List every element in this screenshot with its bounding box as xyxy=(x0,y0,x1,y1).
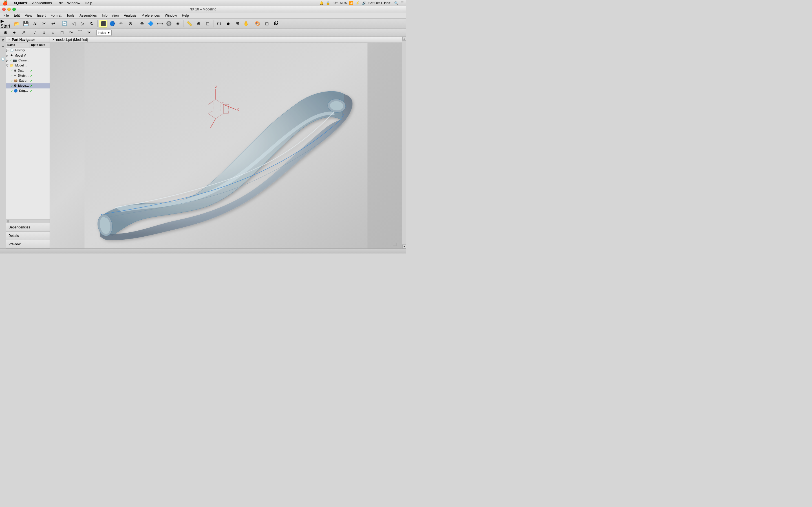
minimize-button[interactable] xyxy=(7,8,11,11)
line-button[interactable]: / xyxy=(31,29,39,37)
preview-panel[interactable]: Preview xyxy=(6,240,50,248)
mirror-button[interactable]: ⟺ xyxy=(156,20,164,27)
details-panel[interactable]: Details xyxy=(6,232,50,240)
nx-menu-format[interactable]: Format xyxy=(49,13,64,18)
pattern-button[interactable]: 🔷 xyxy=(147,20,155,27)
fillet-button[interactable]: ⌒ xyxy=(76,29,84,37)
expand-icon-history-mode[interactable]: ▷ xyxy=(6,49,8,52)
tree-item-extrude-2[interactable]: ✓ 📦 Extrude (2) ✓ xyxy=(6,78,50,83)
snap-button[interactable]: ⊕ xyxy=(1,29,10,37)
nx-menu-tools[interactable]: Tools xyxy=(64,13,77,18)
face-button[interactable]: ◻ xyxy=(203,20,212,27)
selection-filter-dropdown[interactable]: Inside ▼ xyxy=(96,30,112,36)
extrude-tb-button[interactable]: ⬛ xyxy=(99,20,107,27)
dependencies-panel[interactable]: Dependencies xyxy=(6,223,50,232)
search-icon[interactable]: 🔍 xyxy=(394,1,398,5)
nx-menu-file[interactable]: File xyxy=(1,13,11,18)
side-icon-settings[interactable]: ⚙ xyxy=(1,38,6,43)
constraint-button[interactable]: + xyxy=(10,29,18,37)
tree-item-sketch-1[interactable]: ✓ ✏ Sketch (1) "SKETCH_ ✓ xyxy=(6,73,50,78)
print-button[interactable]: 🖨 xyxy=(31,20,39,27)
model-views-label: Model Views xyxy=(14,54,30,57)
nx-menu-analysis[interactable]: Analysis xyxy=(121,13,139,18)
datum-button[interactable]: ⊕ xyxy=(194,20,203,27)
tree-item-history-mode[interactable]: ▷ 🕐 History Mode xyxy=(6,48,50,53)
wireframe-button[interactable]: ◻ xyxy=(262,20,271,27)
notification-icon[interactable]: 🔔 xyxy=(319,1,324,5)
hole-button[interactable]: ⊙ xyxy=(126,20,135,27)
save-button[interactable]: 💾 xyxy=(22,20,30,27)
render-button[interactable]: 🖼 xyxy=(271,20,280,27)
nx-menu-window[interactable]: Window xyxy=(163,13,179,18)
expand-icon-model-history[interactable]: ▽ xyxy=(6,64,8,67)
viewport-close-icon[interactable]: ✕ xyxy=(52,38,54,41)
menu-extras-icon[interactable]: ☰ xyxy=(401,1,404,5)
nx-menu-view[interactable]: View xyxy=(22,13,35,18)
spline-button[interactable]: 〜 xyxy=(67,29,75,37)
scroll-down-arrow[interactable]: ▼ xyxy=(402,244,406,248)
menu-help[interactable]: Help xyxy=(83,1,95,5)
pan-button[interactable]: ✋ xyxy=(242,20,250,27)
col-status-header: Up to Date xyxy=(30,43,50,48)
scroll-up-arrow[interactable]: ▲ xyxy=(402,37,406,41)
undo-button[interactable]: ↩ xyxy=(49,20,57,27)
menu-edit[interactable]: Edit xyxy=(54,1,65,5)
forward-button[interactable]: ▷ xyxy=(79,20,87,27)
tree-item-cameras[interactable]: ▷ ✓ 📷 Cameras xyxy=(6,58,50,63)
edge-blend-tb-button[interactable]: 🔘 xyxy=(165,20,173,27)
nx-menu-information[interactable]: Information xyxy=(100,13,121,18)
tree-item-model-history[interactable]: ▽ 📁 Model History xyxy=(6,63,50,68)
apple-menu-icon[interactable]: 🍎 xyxy=(2,0,8,6)
tree-item-edge-blend-5[interactable]: ✓ 🔵 Edge Blend (5) ✓ xyxy=(6,89,50,94)
viewport: ✕ model1.prt (Modified) xyxy=(50,37,402,248)
view-trimetric-button[interactable]: ⬡ xyxy=(215,20,223,27)
tree-content[interactable]: ▷ 🕐 History Mode ▷ 👁 Model Views xyxy=(6,48,50,219)
nx-menu-help[interactable]: Help xyxy=(180,13,191,18)
expand-icon-model-views[interactable]: ▷ xyxy=(6,54,8,57)
refresh-button[interactable]: 🔄 xyxy=(60,20,69,27)
menu-applications[interactable]: Applications xyxy=(30,1,54,5)
sketch-tb-button[interactable]: ✏ xyxy=(117,20,125,27)
arc-button[interactable]: ∪ xyxy=(40,29,48,37)
open-button[interactable]: 📂 xyxy=(13,20,21,27)
right-scrollbar[interactable]: ▲ ▼ xyxy=(402,37,406,248)
infer-button[interactable]: ↗ xyxy=(19,29,28,37)
zoom-fit-button[interactable]: ⊞ xyxy=(233,20,241,27)
h-scrollbar[interactable] xyxy=(6,219,50,223)
cut-button[interactable]: ✂ xyxy=(40,20,48,27)
nx-menu-preferences[interactable]: Preferences xyxy=(139,13,162,18)
rect-button[interactable]: □ xyxy=(58,29,66,37)
trim-button[interactable]: ✂ xyxy=(85,29,93,37)
nx-menu-insert[interactable]: Insert xyxy=(35,13,48,18)
side-icon-constraint[interactable]: + xyxy=(1,50,6,55)
menu-window[interactable]: Window xyxy=(65,1,82,5)
circle-button[interactable]: ○ xyxy=(49,29,57,37)
maximize-button[interactable] xyxy=(12,8,16,11)
close-icon[interactable]: ✕ xyxy=(8,38,10,41)
revolve-button[interactable]: 🔵 xyxy=(108,20,116,27)
measure-button[interactable]: 📏 xyxy=(185,20,194,27)
datum-coord-check: ✓ xyxy=(30,69,33,73)
start-button[interactable]: ▶ Start xyxy=(1,20,10,27)
tree-label-move-face-4: ✓ ⚙ Move Face (4) xyxy=(6,84,30,88)
boolean-button[interactable]: ⊕ xyxy=(138,20,146,27)
tree-item-datum-coord[interactable]: ✓ ⊕ Datum Coordinate Sy ✓ xyxy=(6,68,50,73)
tree-label-edge-blend-5: ✓ 🔵 Edge Blend (5) xyxy=(6,89,30,93)
close-button[interactable] xyxy=(2,8,6,11)
nx-menu-edit[interactable]: Edit xyxy=(11,13,22,18)
model-views-icon: 👁 xyxy=(10,54,13,57)
menu-xquartz[interactable]: XQuartz xyxy=(11,1,30,5)
expand-icon-cameras[interactable]: ▷ xyxy=(6,59,8,62)
side-icon-clock[interactable]: 🕐 xyxy=(1,56,6,61)
chamfer-button[interactable]: ◈ xyxy=(174,20,182,27)
tree-item-move-face-4[interactable]: ✓ ⚙ Move Face (4) ✓ xyxy=(6,83,50,89)
side-icon-history[interactable]: ≡ xyxy=(1,44,6,49)
viewport-canvas[interactable]: Z X xyxy=(50,43,402,248)
tree-item-model-views[interactable]: ▷ 👁 Model Views xyxy=(6,53,50,58)
rotate-button[interactable]: ↻ xyxy=(87,20,96,27)
nx-menu-assemblies[interactable]: Assemblies xyxy=(77,13,99,18)
battery-display: 61% xyxy=(340,1,347,5)
shaded-button[interactable]: 🎨 xyxy=(253,20,262,27)
back-button[interactable]: ◁ xyxy=(69,20,78,27)
view-isometric-button[interactable]: ◆ xyxy=(224,20,232,27)
